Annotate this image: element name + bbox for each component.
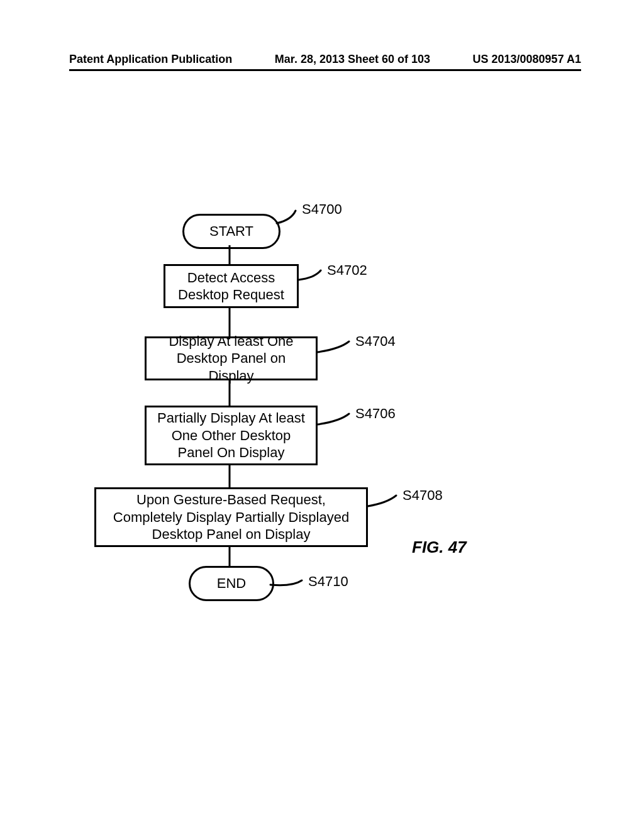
end-node-text: END	[217, 575, 246, 592]
end-node: END	[189, 566, 274, 601]
step-ref-S4706: S4706	[355, 406, 396, 422]
step-ref-S4708: S4708	[402, 487, 443, 504]
flowchart-diagram: START S4700 Detect Access Desktop Reques…	[0, 0, 644, 830]
step-S4708: Upon Gesture-Based Request, Completely D…	[94, 487, 368, 547]
step-S4706: Partially Display At least One Other Des…	[145, 406, 318, 465]
step-ref-S4704-fix: S4704	[355, 333, 396, 350]
step-S4702-text: Detect Access Desktop Request	[172, 269, 291, 304]
connectors	[0, 0, 644, 830]
step-S4704-text: Display At least One Desktop Panel on Di…	[153, 333, 309, 385]
step-ref-S4702: S4702	[327, 262, 367, 279]
start-node: START	[182, 214, 280, 249]
step-S4704: Display At least One Desktop Panel on Di…	[145, 336, 318, 380]
start-node-text: START	[209, 223, 253, 240]
step-S4702: Detect Access Desktop Request	[164, 264, 299, 308]
step-S4708-text: Upon Gesture-Based Request, Completely D…	[103, 491, 360, 543]
page: Patent Application Publication Mar. 28, …	[0, 0, 644, 830]
step-ref-S4710: S4710	[308, 573, 348, 590]
figure-caption: FIG. 47	[412, 538, 467, 557]
step-ref-S4700: S4700	[302, 201, 342, 218]
step-S4706-text: Partially Display At least One Other Des…	[153, 409, 309, 462]
